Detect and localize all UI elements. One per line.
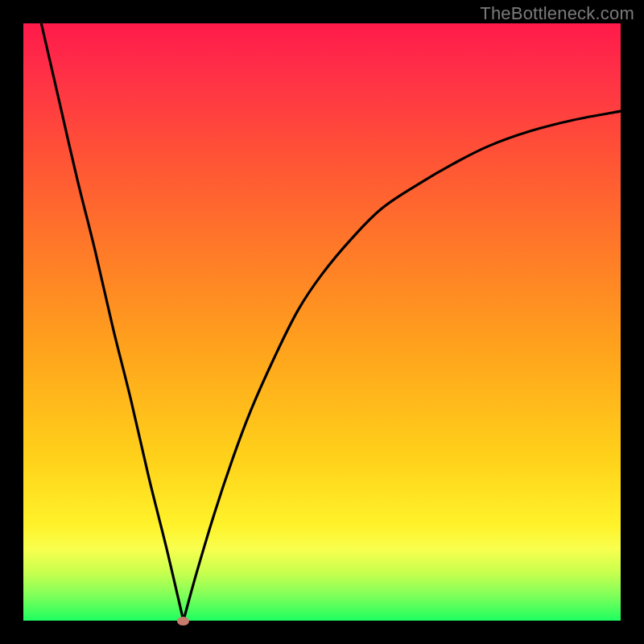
optimum-marker <box>177 617 189 625</box>
bottleneck-curve <box>41 23 621 629</box>
curve-svg <box>23 23 621 621</box>
watermark-text: TheBottleneck.com <box>480 3 634 24</box>
plot-area <box>23 23 621 621</box>
chart-frame: TheBottleneck.com <box>0 0 644 644</box>
